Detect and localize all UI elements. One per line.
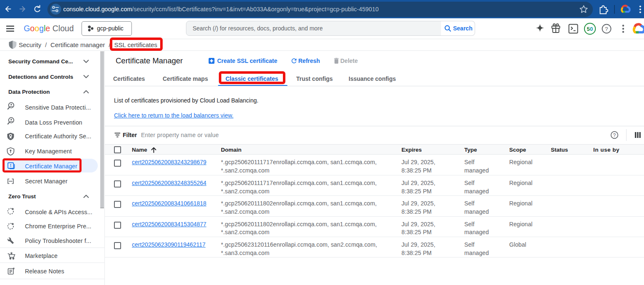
svg-text:?: ? xyxy=(613,132,616,138)
svg-text:0: 0 xyxy=(590,26,593,32)
svg-text:5: 5 xyxy=(587,26,590,32)
svg-text:?: ? xyxy=(605,26,608,32)
